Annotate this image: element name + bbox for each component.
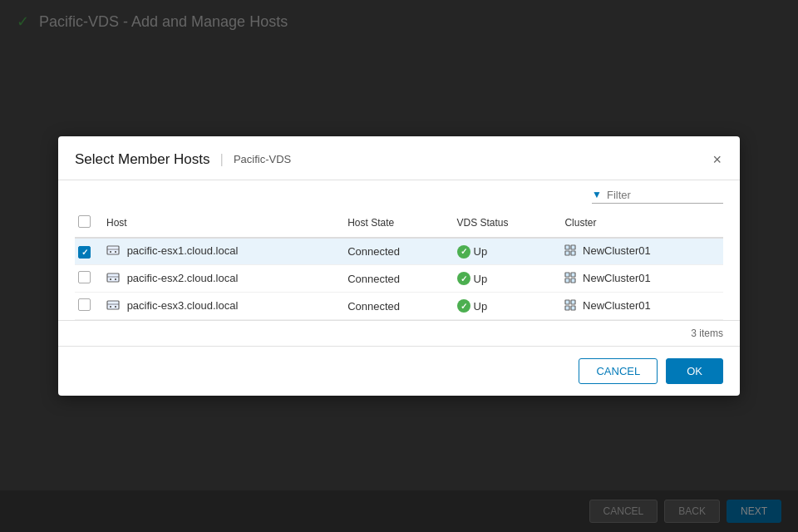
filter-icon: ▼ [592,189,602,200]
svg-rect-6 [565,251,569,255]
dialog-close-button[interactable]: × [711,152,723,167]
svg-rect-15 [571,278,575,283]
cluster-cell: NewCluster01 [558,265,723,293]
host-name: pacific-esx3.cloud.local [127,299,239,312]
svg-rect-3 [115,251,116,253]
svg-rect-18 [110,306,111,308]
host-state-cell: Connected [341,293,450,320]
header-host: Host [100,209,341,238]
filter-input[interactable] [607,189,723,201]
status-dot-icon: ✓ [457,299,470,313]
table-row: pacific-esx2.cloud.local Connected ✓ Up … [75,265,723,293]
svg-rect-19 [115,306,116,308]
dialog-subtitle: Pacific-VDS [234,153,291,165]
svg-rect-13 [571,273,575,277]
status-label: Up [474,245,488,258]
svg-rect-11 [115,278,116,280]
svg-rect-23 [571,306,575,310]
svg-rect-10 [110,278,111,280]
dialog-title: Select Member Hosts [75,151,210,168]
host-icon [106,246,123,259]
svg-rect-16 [107,301,119,309]
vds-status-cell: ✓ Up [451,265,559,293]
cluster-icon [564,301,579,313]
table-row: pacific-esx1.cloud.local Connected ✓ Up … [75,238,723,265]
status-label: Up [474,273,488,285]
host-cell: pacific-esx3.cloud.local [100,293,341,320]
host-name: pacific-esx1.cloud.local [127,244,239,257]
host-icon [106,301,123,313]
host-cell: pacific-esx2.cloud.local [100,265,341,293]
host-state-cell: Connected [341,238,450,265]
svg-rect-22 [565,306,569,310]
row-checkbox-0[interactable] [78,246,91,259]
svg-rect-2 [110,251,111,253]
status-up: ✓ Up [457,245,552,259]
cluster-cell: NewCluster01 [558,238,723,265]
dialog-footer: CANCEL OK [58,346,740,396]
modal-overlay: Select Member Hosts | Pacific-VDS × ▼ [0,0,798,532]
select-all-checkbox[interactable] [78,215,91,228]
status-dot-icon: ✓ [457,272,470,285]
ok-button[interactable]: OK [666,358,723,384]
header-host-state: Host State [341,209,450,238]
cluster-icon [564,273,579,286]
host-cell: pacific-esx1.cloud.local [100,238,341,265]
cluster-name: NewCluster01 [583,272,651,284]
header-vds-status: VDS Status [451,209,559,238]
cluster-name: NewCluster01 [583,299,651,312]
svg-rect-0 [107,246,119,254]
filter-wrapper: ▼ [592,189,723,204]
cluster-name: NewCluster01 [583,244,651,257]
svg-rect-14 [565,278,569,283]
filter-bar: ▼ [58,180,740,209]
dialog-header: Select Member Hosts | Pacific-VDS × [58,136,740,180]
table-row: pacific-esx3.cloud.local Connected ✓ Up … [75,293,723,320]
svg-rect-20 [565,300,569,304]
row-checkbox-1[interactable] [78,271,91,283]
svg-rect-4 [565,245,569,249]
cluster-icon [564,246,579,259]
status-label: Up [474,300,488,313]
vds-status-cell: ✓ Up [451,293,559,320]
header-checkbox-col [75,209,100,238]
vds-status-cell: ✓ Up [451,238,559,265]
svg-rect-7 [571,251,575,255]
host-state-cell: Connected [341,265,450,293]
host-name: pacific-esx2.cloud.local [127,272,239,284]
svg-rect-12 [565,273,569,277]
table-header-row: Host Host State VDS Status Cluster [75,209,723,238]
status-up: ✓ Up [457,299,552,313]
hosts-table: Host Host State VDS Status Cluster [75,209,723,320]
items-count: 3 items [691,328,723,339]
hosts-table-wrapper: Host Host State VDS Status Cluster [58,209,740,320]
cancel-button[interactable]: CANCEL [579,358,658,384]
cluster-cell: NewCluster01 [558,293,723,320]
svg-rect-8 [107,273,119,282]
host-icon [106,273,123,286]
svg-rect-5 [571,245,575,249]
row-checkbox-2[interactable] [78,298,91,311]
header-cluster: Cluster [558,209,723,238]
select-member-hosts-dialog: Select Member Hosts | Pacific-VDS × ▼ [58,136,740,396]
svg-rect-21 [571,300,575,304]
table-footer: 3 items [58,320,740,346]
status-up: ✓ Up [457,272,552,285]
status-dot-icon: ✓ [457,245,470,259]
dialog-separator: | [220,151,224,168]
